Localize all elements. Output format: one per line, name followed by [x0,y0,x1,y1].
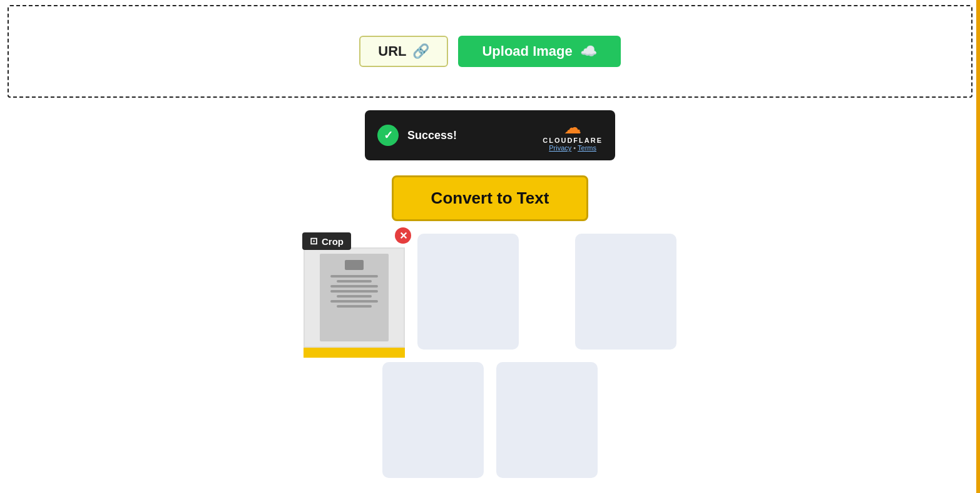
image-slot-empty-3 [382,362,484,478]
doc-line-2 [337,280,372,283]
success-message: Success! [407,129,457,142]
close-button[interactable]: ✕ [395,227,411,244]
drop-zone: URL 🔗 Upload Image ☁️ [8,5,972,98]
image-slot-empty-4 [496,362,598,478]
image-slot-empty-1 [417,234,519,350]
cloudflare-name: CLOUDFLARE [543,137,603,144]
doc-line-3 [330,285,377,288]
crop-text: Crop [322,236,344,247]
crop-icon: ⊡ [310,236,318,247]
privacy-link[interactable]: Privacy [549,144,571,152]
cloudflare-logo: ☁ CLOUDFLARE Privacy • Terms [543,119,603,152]
doc-logo [345,260,364,270]
right-accent-border [976,0,980,493]
upload-button[interactable]: Upload Image ☁️ [458,36,620,67]
image-preview [304,247,405,348]
success-notification: ✓ Success! ☁ CLOUDFLARE Privacy • Terms [365,110,615,160]
upload-icon: ☁️ [580,43,597,60]
document-preview [320,254,389,341]
image-slot-empty-2 [575,234,676,350]
cloudflare-links: Privacy • Terms [549,144,596,152]
image-row-1: ⊡ Crop ✕ [304,234,676,350]
image-bottom-bar [304,348,405,358]
link-icon: 🔗 [412,43,429,60]
success-left-section: ✓ Success! [377,125,457,146]
url-label: URL [378,43,406,60]
image-slot-first: ⊡ Crop ✕ [304,234,405,350]
url-button[interactable]: URL 🔗 [359,36,448,67]
terms-link[interactable]: Terms [578,144,596,152]
crop-label: ⊡ Crop [302,232,351,250]
success-check-icon: ✓ [377,125,399,146]
convert-to-text-button[interactable]: Convert to Text [392,175,589,221]
upload-label: Upload Image [482,43,572,60]
image-grid-container: ⊡ Crop ✕ [0,234,980,493]
doc-line-6 [330,300,377,303]
image-row-2 [382,362,598,478]
doc-signature [337,305,372,308]
doc-line-5 [337,295,372,298]
cloudflare-cloud-icon: ☁ [564,119,581,137]
doc-line-4 [330,290,377,293]
doc-line-1 [330,275,377,278]
